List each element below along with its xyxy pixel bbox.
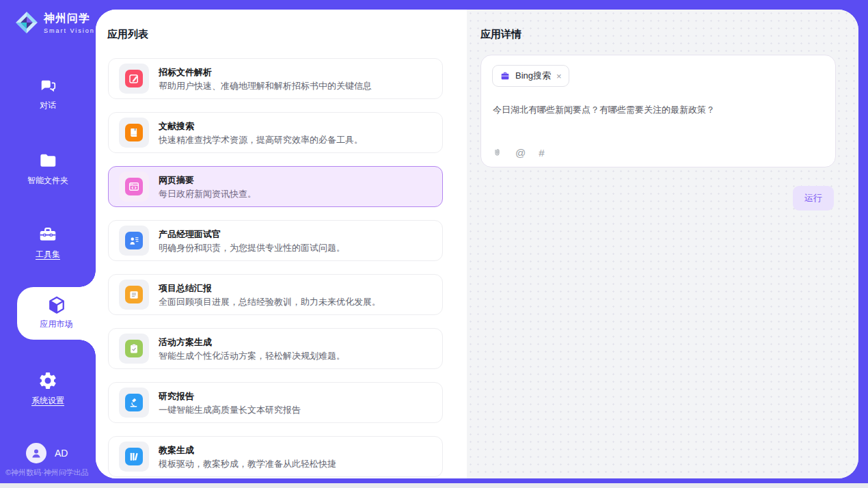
tool-tag-label: Bing搜索 [515, 70, 551, 82]
app-title: 产品经理面试官 [159, 228, 345, 240]
tab-curve-bottom [79, 340, 96, 356]
app-card-lesson-plan[interactable]: 教案生成 模板驱动，教案秒成，教学准备从此轻松快捷 [108, 436, 443, 477]
app-desc: 每日政府新闻资讯快查。 [159, 188, 256, 200]
chat-icon [0, 75, 96, 96]
app-icon-tile [119, 442, 149, 472]
brand-logo-diamond-icon [14, 10, 40, 36]
bottom-strip [0, 483, 868, 488]
sidebar-item-chat[interactable]: 对话 [0, 75, 96, 111]
book-icon [125, 124, 143, 141]
brand-subtitle: Smart Vision [44, 27, 95, 34]
sidebar-item-label: 智能文件夹 [0, 175, 96, 187]
sidebar-item-label: 工具集 [0, 249, 96, 260]
prompt-card[interactable]: Bing搜索 × 今日湖北有哪些新闻要点？有哪些需要关注的最新政策？ @ # [480, 55, 836, 167]
app-title: 教案生成 [159, 444, 336, 456]
footer-copyright: ©神州数码·神州问学出品 [5, 467, 89, 478]
app-card-literature-search[interactable]: 文献搜索 快速精准查找学术资源，提高研究效率的必备工具。 [108, 112, 443, 153]
note-icon [125, 286, 143, 303]
folder-icon [0, 150, 96, 171]
app-icon-tile [119, 226, 149, 256]
sidebar-item-settings[interactable]: 系统设置 [0, 370, 96, 407]
user-account[interactable]: AD [26, 443, 68, 463]
app-card-web-summary[interactable]: 网页摘要 每日政府新闻资讯快查。 [108, 166, 443, 207]
person-icon [30, 447, 42, 459]
clipboard-check-icon [125, 340, 143, 357]
app-icon-tile [119, 280, 149, 310]
app-title: 文献搜索 [159, 120, 363, 132]
query-input[interactable]: 今日湖北有哪些新闻要点？有哪些需要关注的最新政策？ [493, 103, 821, 116]
hash-icon[interactable]: # [539, 147, 544, 159]
app-detail-title: 应用详情 [480, 28, 521, 41]
app-card-bid-parsing[interactable]: 招标文件解析 帮助用户快速、准确地理解和解析招标书中的关键信息 [108, 58, 443, 99]
cube-icon [17, 295, 96, 316]
briefcase-icon [500, 70, 511, 81]
app-icon-tile [119, 172, 149, 202]
app-cards: 招标文件解析 帮助用户快速、准确地理解和解析招标书中的关键信息 文献搜索 [108, 58, 443, 478]
sidebar-item-app-market[interactable]: 应用市场 [17, 287, 96, 340]
tab-curve-top [79, 271, 96, 287]
app-title: 研究报告 [159, 390, 301, 402]
tag-close-icon[interactable]: × [556, 72, 562, 81]
gear-icon [0, 370, 96, 391]
app-list-panel: 应用列表 招标文件解析 帮助用户快速、准确地理解和解析招标书中的关键信息 [96, 10, 467, 478]
app-card-event-plan[interactable]: 活动方案生成 智能生成个性化活动方案，轻松解决规划难题。 [108, 328, 443, 369]
app-desc: 明确身份和职责，为您提供专业性的面试问题。 [159, 242, 345, 254]
sidebar-item-label: 对话 [0, 100, 96, 111]
app-icon-tile [119, 118, 149, 148]
app-icon-tile [119, 388, 149, 418]
app-icon-tile [119, 334, 149, 364]
user-initials: AD [55, 448, 68, 459]
app-card-research-report[interactable]: 研究报告 一键智能生成高质量长文本研究报告 [108, 382, 443, 423]
app-detail-panel: 应用详情 Bing搜索 × 今日湖北有哪些新闻要点？有哪些需要关注的最新政策？ … [467, 10, 858, 478]
app-list-title: 应用列表 [107, 28, 148, 41]
app-title: 活动方案生成 [159, 336, 345, 348]
app-desc: 快速精准查找学术资源，提高研究效率的必备工具。 [159, 134, 363, 146]
input-toolbar: @ # [492, 147, 545, 159]
books-icon [125, 448, 143, 465]
toolbox-icon [0, 224, 96, 245]
edit-document-icon [125, 70, 143, 87]
sidebar-item-label: 系统设置 [0, 395, 96, 407]
app-desc: 一键智能生成高质量长文本研究报告 [159, 404, 301, 416]
main-content: 应用列表 招标文件解析 帮助用户快速、准确地理解和解析招标书中的关键信息 [96, 10, 858, 478]
app-desc: 帮助用户快速、准确地理解和解析招标书中的关键信息 [159, 80, 372, 92]
avatar [26, 443, 46, 463]
interview-person-icon [125, 232, 143, 249]
app-title: 项目总结汇报 [159, 282, 381, 294]
tool-tag-bing-search[interactable]: Bing搜索 × [492, 65, 569, 87]
app-title: 网页摘要 [159, 174, 256, 186]
app-desc: 模板驱动，教案秒成，教学准备从此轻松快捷 [159, 458, 336, 470]
at-icon[interactable]: @ [515, 147, 526, 159]
sidebar-item-toolset[interactable]: 工具集 [0, 224, 96, 260]
brand-name: 神州问学 [44, 12, 95, 26]
sidebar-item-smart-folder[interactable]: 智能文件夹 [0, 150, 96, 187]
microscope-icon [125, 394, 143, 411]
app-desc: 全面回顾项目进展，总结经验教训，助力未来优化发展。 [159, 296, 381, 308]
app-icon-tile [119, 64, 149, 94]
app-card-project-summary[interactable]: 项目总结汇报 全面回顾项目进展，总结经验教训，助力未来优化发展。 [108, 274, 443, 315]
app-title: 招标文件解析 [159, 66, 372, 78]
brand: 神州问学 Smart Vision [14, 10, 95, 36]
sidebar: 神州问学 Smart Vision 对话 智能文件夹 [0, 0, 96, 483]
run-button[interactable]: 运行 [793, 186, 834, 211]
browser-code-icon [125, 178, 143, 195]
paperclip-icon[interactable] [492, 147, 502, 159]
sidebar-item-label: 应用市场 [17, 318, 96, 330]
app-card-pm-interviewer[interactable]: 产品经理面试官 明确身份和职责，为您提供专业性的面试问题。 [108, 220, 443, 261]
app-desc: 智能生成个性化活动方案，轻松解决规划难题。 [159, 350, 345, 362]
